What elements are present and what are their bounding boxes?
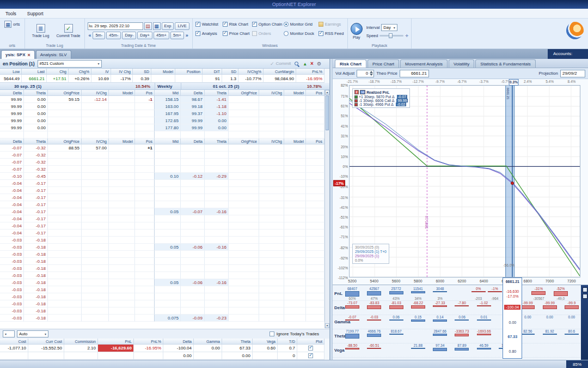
speed-slider-thumb[interactable] xyxy=(389,33,393,38)
chain-row[interactable]: -0.03-0.180.075-0.09-0.23 xyxy=(0,315,329,322)
chain-row[interactable]: -0.03-0.18 xyxy=(0,258,329,265)
plot-checkbox[interactable] xyxy=(308,353,313,358)
chain-cell xyxy=(155,166,181,173)
tab-price-chart[interactable]: Price Chart xyxy=(367,59,399,68)
chain-row[interactable]: -0.03-0.180.05-0.06-0.16 xyxy=(0,279,329,286)
chain-row[interactable]: 99.990.00163.0099.18-1.18 xyxy=(0,103,329,110)
chain-row[interactable]: -0.04-0.17 xyxy=(0,201,329,208)
chain-row[interactable]: -0.04-0.17 xyxy=(0,222,329,230)
scrollbar-thumb[interactable] xyxy=(326,95,329,130)
toggle-risk-chart[interactable]: Risk Chart xyxy=(223,22,252,27)
chain-row[interactable]: -0.04-0.170.05-0.07-0.16 xyxy=(0,208,329,215)
forward-icon[interactable]: » xyxy=(185,33,189,38)
menu-tools[interactable]: Tools xyxy=(5,11,16,16)
chain-row[interactable]: -0.03-0.18 xyxy=(0,265,329,272)
expiry-01oct[interactable]: 01 oct. 25 (2) 10.78% xyxy=(181,83,329,89)
nav-5m-button[interactable]: 5m- xyxy=(93,32,105,39)
chain-row[interactable]: -0.03-0.18 xyxy=(0,237,329,244)
chain-row[interactable]: -0.03-0.18 xyxy=(0,286,329,293)
chain-row[interactable]: -0.10-0.450.10-0.12-0.29 xyxy=(0,173,329,180)
nav-day-button[interactable]: Day+ xyxy=(137,32,152,39)
trading-datetime-input[interactable]: lu. 29 sep. 2025 22:10 xyxy=(88,22,143,30)
chain-row[interactable]: -0.04-0.17 xyxy=(0,180,329,187)
trade-log-button[interactable]: Trade Log xyxy=(28,20,54,42)
toggle-monitor-grid[interactable]: Monitor Grid xyxy=(284,22,318,27)
nav-day-button[interactable]: Day- xyxy=(122,32,136,39)
spinner-icons[interactable] xyxy=(370,71,373,76)
expiry-30sep[interactable]: 30 sep. 25 (1) 10.54% xyxy=(0,83,155,89)
ignore-trades-checkbox[interactable] xyxy=(270,331,274,336)
chain-row[interactable]: -0.03-0.18 xyxy=(0,251,329,258)
mode-select[interactable] xyxy=(3,330,15,337)
rewind-icon[interactable]: « xyxy=(88,33,91,38)
reports-button[interactable]: orts xyxy=(3,20,22,29)
toggle-orders[interactable]: Orders xyxy=(252,31,284,36)
chain-row[interactable]: -0.07-0.32 xyxy=(0,166,329,173)
chain-row[interactable]: 99.990.00172.6599.990.00 xyxy=(0,117,329,124)
chain-row[interactable]: -0.03-0.18 xyxy=(0,272,329,279)
chain-row[interactable]: -0.03-0.18 xyxy=(0,300,329,307)
scroll-down-icon[interactable]: ▼ xyxy=(325,323,329,328)
greek-cell: -7.80 xyxy=(451,301,473,315)
strategy-select[interactable]: #521 Custom xyxy=(38,60,102,68)
play-button[interactable] xyxy=(351,23,363,35)
chain-row[interactable]: -0.03-0.180.05-0.06-0.16 xyxy=(0,244,329,251)
theo-price-input[interactable]: 6661.21 xyxy=(400,70,429,77)
toggle-monitor-dock[interactable]: Monitor Dock xyxy=(284,31,318,36)
toggle-option-chain[interactable]: Option Chain xyxy=(252,22,284,27)
vol-adjust-input[interactable]: 0 xyxy=(357,70,374,77)
chain-cell xyxy=(259,144,284,152)
chain-row[interactable]: -0.04-0.17 xyxy=(0,215,329,222)
plot-checkbox[interactable] xyxy=(308,346,313,351)
exp-button[interactable]: Exp xyxy=(162,22,174,30)
chain-row[interactable]: -0.04-0.17 xyxy=(0,194,329,201)
tab-volatility[interactable]: Volatility xyxy=(449,59,474,68)
arrow-up-icon[interactable] xyxy=(303,61,307,67)
commit-button[interactable]: Commit xyxy=(270,61,291,67)
chain-row[interactable]: 99.990.00177.8099.990.00 xyxy=(0,124,329,131)
nav-45m-button[interactable]: 45m+ xyxy=(154,32,169,39)
chain-row[interactable]: 99.990.0059.15-12.14-1158.1598.67-1.41 xyxy=(0,96,329,103)
risk-chart-plot[interactable]: 2 10 Realized PnL +1 30sep. 5870 Put Δ-0… xyxy=(349,85,580,277)
gear-icon[interactable] xyxy=(317,61,321,67)
chain-row[interactable]: -0.07-0.32 xyxy=(0,152,329,159)
menu-support[interactable]: Support xyxy=(27,11,44,16)
interval-select[interactable]: Day xyxy=(381,24,397,31)
chain-view-icon[interactable] xyxy=(153,22,161,30)
chain-scrollbar[interactable]: ▲ ▼ xyxy=(324,90,329,328)
close-tab-icon[interactable] xyxy=(27,52,30,58)
chain-row[interactable]: 99.990.00167.9599.37-1.10 xyxy=(0,110,329,117)
live-button[interactable]: LIVE xyxy=(175,22,189,30)
chain-row[interactable]: -0.03-0.18 xyxy=(0,293,329,300)
accounts-panel-header[interactable]: Accounts: xyxy=(548,49,588,59)
chain-row[interactable]: -0.04-0.17 xyxy=(0,230,329,237)
projection-input[interactable]: 29/09/2 xyxy=(560,70,585,77)
nav-5m-button[interactable]: 5m+ xyxy=(170,32,184,39)
chain-row[interactable]: -0.07-0.32 xyxy=(0,159,329,166)
close-icon[interactable] xyxy=(310,61,314,67)
tab-movement-analysis[interactable]: Movement Analysis xyxy=(400,59,448,68)
tab-risk-chart[interactable]: Risk Chart xyxy=(335,59,366,68)
tab-statistics-fundamentals[interactable]: Statistics & Fundamentals xyxy=(475,59,535,68)
nav-45m-button[interactable]: 45m- xyxy=(106,32,121,39)
toggle-earnings[interactable]: Earnings xyxy=(318,22,345,27)
commit-trade-button[interactable]: Commit Trade xyxy=(56,20,82,42)
chain-cell xyxy=(135,152,155,159)
toggle-watchlist[interactable]: Watchlist xyxy=(195,22,223,27)
tab-analysis-slv[interactable]: Analysis: SLV xyxy=(36,50,71,59)
tab-analysis-spx[interactable]: ysis: SPX xyxy=(1,50,35,59)
chain-row[interactable]: -0.03-0.18 xyxy=(0,307,329,315)
speed-slider[interactable] xyxy=(379,35,403,37)
speed-plus-icon[interactable] xyxy=(405,33,408,38)
toggle-rss-feed[interactable]: RSS Feed xyxy=(318,31,345,36)
toggle-price-chart[interactable]: Price Chart xyxy=(223,31,252,36)
chain-row[interactable]: -0.04-0.17 xyxy=(0,187,329,194)
auto-select[interactable]: Auto xyxy=(17,330,48,337)
toggle-analysis[interactable]: Analysis xyxy=(195,31,223,36)
chain-row[interactable]: -0.07-0.3288.5557.00+1 xyxy=(0,144,329,152)
scroll-up-icon[interactable]: ▲ xyxy=(325,90,329,95)
calendar-icon[interactable] xyxy=(144,22,152,30)
chain-row[interactable] xyxy=(0,131,329,138)
greeks-side-strip[interactable] xyxy=(581,285,588,360)
search-icon[interactable] xyxy=(294,61,299,67)
